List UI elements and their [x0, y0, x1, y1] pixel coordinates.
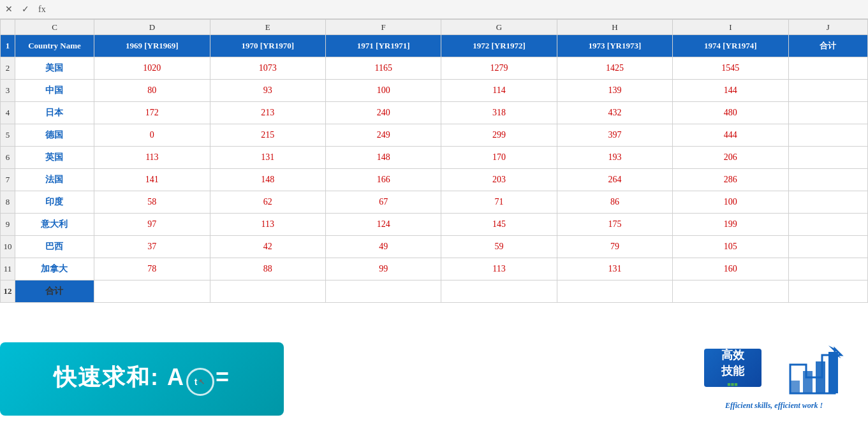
data-cell[interactable]: 203 [441, 169, 557, 191]
data-cell[interactable]: 249 [325, 124, 441, 147]
country-cell[interactable]: 意大利 [15, 214, 94, 236]
data-cell[interactable]: 86 [557, 191, 672, 214]
data-cell[interactable] [441, 280, 557, 303]
data-cell[interactable] [788, 191, 867, 214]
data-cell[interactable] [788, 147, 867, 169]
country-cell[interactable]: 巴西 [15, 236, 94, 258]
data-cell[interactable]: 131 [557, 258, 672, 280]
table-row: 10巴西3742495979105 [1, 236, 868, 258]
row-num: 11 [1, 258, 15, 280]
data-cell[interactable]: 79 [557, 236, 672, 258]
data-cell[interactable] [788, 236, 867, 258]
data-cell[interactable] [557, 280, 672, 303]
data-cell[interactable]: 144 [673, 80, 788, 102]
data-cell[interactable]: 240 [325, 102, 441, 124]
data-cell[interactable]: 131 [210, 147, 325, 169]
data-cell[interactable]: 114 [441, 80, 557, 102]
country-cell[interactable]: 日本 [15, 102, 94, 124]
data-cell[interactable]: 1279 [441, 57, 557, 80]
data-cell[interactable]: 124 [325, 214, 441, 236]
col-header-J: J [788, 20, 867, 35]
data-cell[interactable] [94, 280, 210, 303]
data-cell[interactable]: 113 [210, 214, 325, 236]
data-cell[interactable]: 299 [441, 124, 557, 147]
data-cell[interactable]: 444 [673, 124, 788, 147]
data-cell[interactable]: 193 [557, 147, 672, 169]
data-cell[interactable]: 62 [210, 191, 325, 214]
data-cell[interactable] [788, 169, 867, 191]
data-cell[interactable]: 42 [210, 236, 325, 258]
data-cell[interactable] [788, 124, 867, 147]
country-cell[interactable]: 英国 [15, 147, 94, 169]
data-cell[interactable]: 49 [325, 236, 441, 258]
svg-rect-2 [790, 381, 800, 393]
data-cell[interactable] [788, 102, 867, 124]
data-cell[interactable] [788, 258, 867, 280]
data-cell[interactable] [325, 280, 441, 303]
data-cell[interactable]: 199 [673, 214, 788, 236]
country-cell[interactable]: 德国 [15, 124, 94, 147]
data-cell[interactable]: 1545 [673, 57, 788, 80]
data-cell[interactable]: 71 [441, 191, 557, 214]
data-cell[interactable]: 148 [210, 169, 325, 191]
data-cell[interactable]: 93 [210, 80, 325, 102]
data-cell[interactable]: 105 [673, 236, 788, 258]
formula-input[interactable] [52, 3, 865, 17]
data-cell[interactable]: 432 [557, 102, 672, 124]
data-cell[interactable] [788, 214, 867, 236]
country-cell[interactable]: 合计 [15, 280, 94, 303]
data-cell[interactable]: 100 [673, 191, 788, 214]
data-cell[interactable]: 145 [441, 214, 557, 236]
data-cell[interactable]: 58 [94, 191, 210, 214]
data-cell[interactable] [788, 80, 867, 102]
data-cell[interactable]: 67 [325, 191, 441, 214]
data-cell[interactable]: 480 [673, 102, 788, 124]
data-cell[interactable]: 215 [210, 124, 325, 147]
cancel-button[interactable]: ✕ [3, 3, 15, 16]
data-cell[interactable]: 59 [441, 236, 557, 258]
data-cell[interactable]: 175 [557, 214, 672, 236]
data-cell[interactable]: 37 [94, 236, 210, 258]
data-cell[interactable] [788, 280, 867, 303]
data-cell[interactable]: 1073 [210, 57, 325, 80]
data-cell[interactable]: 1020 [94, 57, 210, 80]
data-cell[interactable]: 148 [325, 147, 441, 169]
country-cell[interactable]: 美国 [15, 57, 94, 80]
data-cell[interactable]: 113 [94, 147, 210, 169]
data-cell[interactable]: 170 [441, 147, 557, 169]
header-col-d: 1969 [YR1969] [94, 35, 210, 57]
data-cell[interactable]: 139 [557, 80, 672, 102]
data-cell[interactable]: 1165 [325, 57, 441, 80]
data-cell[interactable]: 318 [441, 102, 557, 124]
country-cell[interactable]: 加拿大 [15, 258, 94, 280]
data-cell[interactable]: 113 [441, 258, 557, 280]
data-cell[interactable] [673, 280, 788, 303]
country-cell[interactable]: 法国 [15, 169, 94, 191]
data-cell[interactable]: 172 [94, 102, 210, 124]
data-cell[interactable]: 100 [325, 80, 441, 102]
fx-button[interactable]: fx [36, 3, 48, 16]
confirm-button[interactable]: ✓ [19, 3, 32, 16]
data-cell[interactable]: 88 [210, 258, 325, 280]
data-cell[interactable]: 397 [557, 124, 672, 147]
data-cell[interactable]: 206 [673, 147, 788, 169]
row-num: 2 [1, 57, 15, 80]
data-cell[interactable]: 1425 [557, 57, 672, 80]
country-cell[interactable]: 印度 [15, 191, 94, 214]
data-cell[interactable]: 97 [94, 214, 210, 236]
data-cell[interactable]: 160 [673, 258, 788, 280]
data-cell[interactable]: 264 [557, 169, 672, 191]
data-cell[interactable]: 141 [94, 169, 210, 191]
table-row: 4日本172213240318432480 [1, 102, 868, 124]
data-cell[interactable]: 213 [210, 102, 325, 124]
svg-rect-4 [816, 361, 825, 393]
data-cell[interactable] [788, 57, 867, 80]
data-cell[interactable]: 80 [94, 80, 210, 102]
data-cell[interactable]: 78 [94, 258, 210, 280]
data-cell[interactable]: 286 [673, 169, 788, 191]
country-cell[interactable]: 中国 [15, 80, 94, 102]
data-cell[interactable]: 166 [325, 169, 441, 191]
data-cell[interactable]: 0 [94, 124, 210, 147]
data-cell[interactable] [210, 280, 325, 303]
data-cell[interactable]: 99 [325, 258, 441, 280]
